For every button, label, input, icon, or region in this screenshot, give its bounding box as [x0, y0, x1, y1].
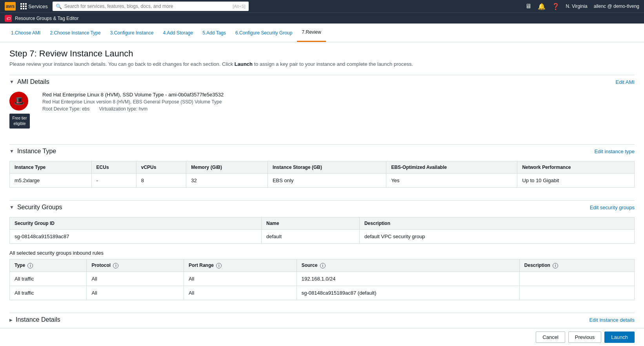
protocol-info-icon[interactable]: i: [113, 263, 118, 268]
step-5[interactable]: 5. Add Tags: [198, 24, 231, 42]
step-6[interactable]: 6. Configure Security Group: [231, 24, 297, 42]
instance-details-header[interactable]: ▶ Instance Details Edit instance details: [9, 313, 635, 326]
instance-type-title: ▼ Instance Type: [9, 148, 56, 155]
inbound-desc-1: [519, 272, 634, 286]
inbound-source-1: 192.168.1.0/24: [297, 272, 519, 286]
aws-icon: aws: [5, 2, 16, 11]
resource-groups-icon: 🏷: [5, 15, 12, 22]
inbound-type-2: All traffic: [10, 286, 87, 300]
source-info-icon[interactable]: i: [320, 263, 326, 268]
col-vcpus: vCPUs: [136, 161, 186, 174]
inbound-col-port: Port Range i: [184, 259, 297, 272]
ami-left-col: 🎩 Free tier eligible: [9, 92, 36, 129]
ami-metadata: Root Device Type: ebs Virtualization typ…: [42, 106, 635, 112]
top-navigation: aws Services 🔍 [Alt+S] 🖥 🔔 ❓ N. Virginia…: [0, 0, 644, 13]
inbound-port-1: All: [184, 272, 297, 286]
page-subtitle: Please review your instance launch detai…: [9, 61, 635, 67]
desc-info-icon[interactable]: i: [553, 263, 558, 268]
main-content: Step 7: Review Instance Launch Please re…: [0, 42, 644, 346]
edit-instance-details-link[interactable]: Edit instance details: [589, 317, 635, 323]
sg-name: default: [262, 230, 360, 244]
sg-id: sg-08148ca915189ac87: [10, 230, 262, 244]
sg-desc: default VPC security group: [359, 230, 634, 244]
help-icon[interactable]: ❓: [552, 3, 560, 10]
sg-col-id: Security Group ID: [10, 217, 262, 230]
sg-collapse-icon: ▼: [9, 205, 14, 210]
security-groups-header[interactable]: ▼ Security Groups Edit security groups: [9, 200, 635, 214]
root-device-type: Root Device Type: ebs: [42, 106, 90, 112]
inbound-row-2: All traffic All All sg-08148ca915189ac87…: [10, 286, 635, 300]
ami-logo: 🎩: [9, 92, 28, 111]
col-ebs: EBS-Optimized Available: [386, 161, 517, 174]
cell-memory: 32: [186, 174, 268, 188]
ami-section-header[interactable]: ▼ AMI Details Edit AMI: [9, 75, 635, 89]
ami-info: Red Hat Enterprise Linux 8 (HVM), SSD Vo…: [42, 92, 635, 129]
ami-description: Red Hat Enterprise Linux version 8 (HVM)…: [42, 99, 635, 105]
services-label[interactable]: Services: [28, 4, 48, 9]
sg-row: sg-08148ca915189ac87 default default VPC…: [10, 230, 635, 244]
inbound-rules-title: All selected security groups inbound rul…: [9, 250, 635, 256]
page-title: Step 7: Review Instance Launch: [9, 49, 635, 59]
step-3[interactable]: 3. Configure Instance: [106, 24, 158, 42]
inbound-protocol-2: All: [87, 286, 184, 300]
user-label[interactable]: allenc @ demo-tlveng: [594, 4, 639, 9]
step-7[interactable]: 7. Review: [297, 24, 326, 42]
ami-collapse-icon: ▼: [9, 79, 14, 85]
ami-detail-row: 🎩 Free tier eligible Red Hat Enterprise …: [9, 89, 635, 132]
wizard-steps: 1. Choose AMI 2. Choose Instance Type 3.…: [0, 24, 644, 42]
aws-logo[interactable]: aws: [5, 2, 16, 11]
security-groups-section: ▼ Security Groups Edit security groups S…: [9, 200, 635, 303]
cell-vcpus: 8: [136, 174, 186, 188]
instance-type-header[interactable]: ▼ Instance Type Edit instance type: [9, 144, 635, 158]
virt-type: Virtualization type: hvm: [99, 106, 148, 112]
search-shortcut: [Alt+S]: [233, 4, 246, 9]
instance-details-title: ▶ Instance Details: [9, 316, 60, 323]
inbound-type-1: All traffic: [10, 272, 87, 286]
type-info-icon[interactable]: i: [27, 263, 33, 268]
region-selector[interactable]: N. Virginia: [566, 4, 588, 9]
edit-instance-type-link[interactable]: Edit instance type: [594, 149, 635, 154]
step-4[interactable]: 4. Add Storage: [158, 24, 198, 42]
step-1[interactable]: 1. Choose AMI: [6, 24, 45, 42]
security-groups-title: ▼ Security Groups: [9, 204, 62, 211]
instance-type-row: m5.2xlarge - 8 32 EBS only Yes Up to 10 …: [10, 174, 635, 188]
sg-col-desc: Description: [359, 217, 634, 230]
bell-icon[interactable]: 🔔: [538, 3, 546, 10]
edit-ami-link[interactable]: Edit AMI: [616, 79, 635, 85]
search-bar[interactable]: 🔍 [Alt+S]: [53, 2, 249, 11]
ami-section-title: ▼ AMI Details: [9, 78, 49, 85]
step-2[interactable]: 2. Choose Instance Type: [45, 24, 105, 42]
instance-type-section: ▼ Instance Type Edit instance type Insta…: [9, 144, 635, 191]
cell-storage: EBS only: [267, 174, 386, 188]
grid-icon: [20, 3, 27, 9]
security-groups-body: Security Group ID Name Description sg-08…: [9, 217, 635, 303]
instance-type-table: Instance Type ECUs vCPUs Memory (GiB) In…: [9, 161, 635, 188]
port-info-icon[interactable]: i: [216, 263, 222, 268]
monitor-icon[interactable]: 🖥: [525, 3, 531, 10]
ami-name: Red Hat Enterprise Linux 8 (HVM), SSD Vo…: [42, 92, 635, 98]
inbound-source-2: sg-08148ca915189ac87 (default): [297, 286, 519, 300]
instance-type-body: Instance Type ECUs vCPUs Memory (GiB) In…: [9, 161, 635, 191]
ami-details-section: ▼ AMI Details Edit AMI 🎩 Free tier eligi…: [9, 75, 635, 135]
inbound-col-source: Source i: [297, 259, 519, 272]
launch-button[interactable]: Launch: [604, 332, 635, 343]
resource-bar-label[interactable]: Resource Groups & Tag Editor: [15, 16, 79, 21]
instance-type-collapse-icon: ▼: [9, 149, 14, 154]
col-storage: Instance Storage (GB): [267, 161, 386, 174]
nav-grid-button[interactable]: Services: [20, 3, 48, 9]
inbound-row-1: All traffic All All 192.168.1.0/24: [10, 272, 635, 286]
free-tier-badge: Free tier eligible: [9, 114, 30, 129]
cell-ebs: Yes: [386, 174, 517, 188]
inbound-protocol-1: All: [87, 272, 184, 286]
search-input[interactable]: [64, 4, 230, 9]
edit-security-groups-link[interactable]: Edit security groups: [590, 205, 635, 210]
inbound-col-protocol: Protocol i: [87, 259, 184, 272]
nav-right-area: 🖥 🔔 ❓ N. Virginia allenc @ demo-tlveng: [525, 3, 639, 10]
sg-col-name: Name: [262, 217, 360, 230]
security-groups-table: Security Group ID Name Description sg-08…: [9, 217, 635, 244]
previous-button[interactable]: Previous: [568, 332, 602, 343]
cancel-button[interactable]: Cancel: [536, 332, 565, 343]
instance-details-collapse-icon: ▶: [9, 318, 13, 322]
cell-ecus: -: [91, 174, 136, 188]
col-network: Network Performance: [517, 161, 635, 174]
